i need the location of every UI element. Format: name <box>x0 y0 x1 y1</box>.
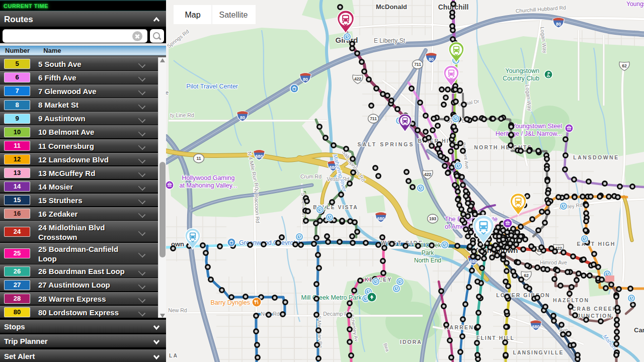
svg-text:711: 711 <box>414 62 421 67</box>
svg-text:New Rd: New Rd <box>168 307 187 313</box>
svg-text:80: 80 <box>240 115 245 120</box>
svg-text:SALT SPRINGS: SALT SPRINGS <box>358 141 415 147</box>
svg-text:Youngstown Steel: Youngstown Steel <box>512 123 562 130</box>
svg-text:LA: LA <box>169 352 178 358</box>
svg-text:62: 62 <box>622 63 627 68</box>
svg-text:193: 193 <box>429 216 436 221</box>
svg-text:NORTH HEIGHTS: NORTH HEIGHTS <box>474 144 532 150</box>
svg-text:Hollywood Gaming: Hollywood Gaming <box>182 174 235 182</box>
svg-text:Heritage / J&L Narrow...: Heritage / J&L Narrow... <box>496 130 562 137</box>
svg-text:Crum Rd: Crum Rd <box>300 173 321 179</box>
svg-text:422: 422 <box>354 76 361 81</box>
svg-text:LANSINGVILLE: LANSINGVILLE <box>513 349 564 355</box>
svg-text:McDonald: McDonald <box>376 3 407 11</box>
svg-text:Youngst: Youngst <box>626 1 644 8</box>
svg-text:E Liberty St: E Liberty St <box>374 37 406 44</box>
svg-text:Mill Creek Metro Parks: Mill Creek Metro Parks <box>301 294 365 301</box>
svg-text:Cam: Cam <box>634 326 644 334</box>
svg-text:HAZELTON: HAZELTON <box>553 297 589 303</box>
svg-text:680: 680 <box>532 324 539 329</box>
svg-text:711: 711 <box>370 116 377 121</box>
svg-text:680: 680 <box>377 216 384 221</box>
svg-text:Park: Park <box>422 249 435 256</box>
svg-text:422: 422 <box>424 172 431 177</box>
svg-text:Satellite: Satellite <box>219 11 248 19</box>
svg-text:80: 80 <box>303 77 308 82</box>
svg-text:Himrod Ave: Himrod Ave <box>540 259 567 265</box>
svg-text:North End: North End <box>414 257 441 264</box>
svg-text:CRAB CREEK: CRAB CREEK <box>572 306 617 312</box>
svg-text:11: 11 <box>197 156 201 161</box>
svg-text:ty Line Rd: ty Line Rd <box>170 112 194 118</box>
svg-text:680: 680 <box>255 154 263 159</box>
svg-text:62: 62 <box>524 273 529 278</box>
svg-text:FLINT HILL: FLINT HILL <box>476 335 515 341</box>
svg-text:Country Club: Country Club <box>503 75 539 82</box>
svg-text:JUNCTION: JUNCTION <box>577 313 612 319</box>
svg-text:80: 80 <box>556 22 561 27</box>
svg-text:LANSDOWNE: LANSDOWNE <box>573 154 619 160</box>
svg-text:Youngstown: Youngstown <box>505 67 539 74</box>
svg-text:IDORA: IDORA <box>400 339 422 345</box>
svg-text:Pilot Travel Center: Pilot Travel Center <box>186 83 238 90</box>
svg-text:80: 80 <box>429 57 434 62</box>
svg-text:Map: Map <box>185 11 200 19</box>
svg-text:Barry Dyngles: Barry Dyngles <box>211 299 251 306</box>
svg-text:at Mahoning Valley...: at Mahoning Valley... <box>180 182 237 189</box>
